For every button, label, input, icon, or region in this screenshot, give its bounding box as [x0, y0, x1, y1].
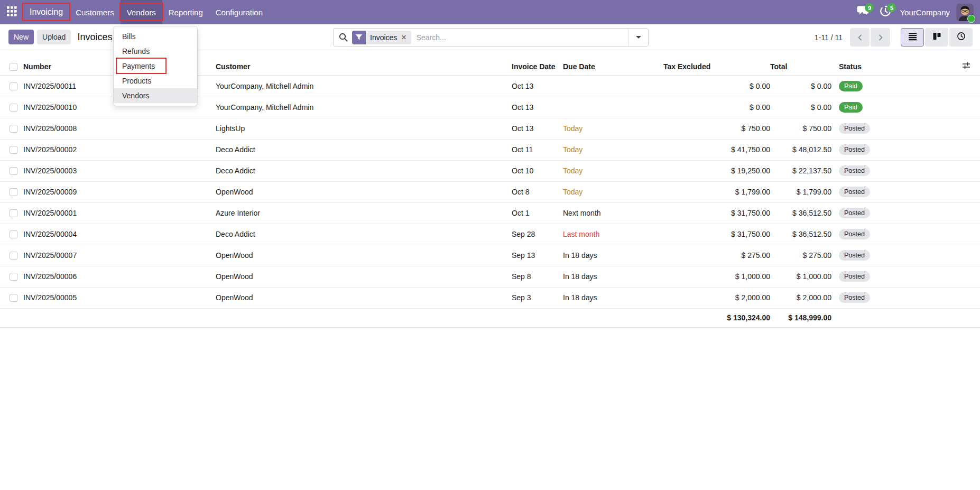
row-checkbox[interactable] [10, 273, 17, 281]
kanban-view-button[interactable] [925, 28, 948, 47]
cell-number: INV/2025/00005 [23, 287, 216, 308]
row-checkbox[interactable] [10, 125, 17, 133]
cell-tax-excluded: $ 19,250.00 [663, 160, 770, 181]
cell-invoice-date: Sep 28 [512, 224, 563, 245]
table-row[interactable]: INV/2025/00003Deco AddictOct 10Today$ 19… [0, 160, 980, 181]
cell-customer: YourCompany, Mitchell Admin [216, 76, 512, 97]
cell-tax-excluded: $ 0.00 [663, 76, 770, 97]
cell-customer: Azure Interior [216, 202, 512, 224]
navbar-left: Invoicing CustomersVendorsReportingConfi… [0, 0, 269, 24]
list-view-button[interactable] [901, 28, 924, 47]
row-checkbox[interactable] [10, 104, 17, 112]
cell-due-date [563, 76, 663, 97]
pager-next-button[interactable] [871, 28, 890, 47]
cell-invoice-date: Sep 3 [512, 287, 563, 308]
cell-number: INV/2025/00009 [23, 181, 216, 202]
cell-tax-excluded: $ 750.00 [663, 118, 770, 139]
table-row[interactable]: INV/2025/00002Deco AddictOct 11Today$ 41… [0, 139, 980, 160]
navbar-menu-items: CustomersVendorsReportingConfiguration [69, 0, 269, 24]
select-all-checkbox[interactable] [10, 63, 17, 71]
apps-menu-button[interactable] [0, 0, 23, 24]
cell-status: Posted [831, 139, 962, 160]
menu-item-bills[interactable]: Bills [114, 29, 197, 44]
activities-button[interactable]: 5 [877, 4, 893, 20]
messages-button[interactable]: 9 [855, 4, 871, 20]
table-row[interactable]: INV/2025/00001Azure InteriorOct 1Next mo… [0, 202, 980, 224]
cell-customer: OpenWood [216, 245, 512, 266]
column-header-customer[interactable]: Customer [216, 58, 512, 76]
table-row[interactable]: INV/2025/00006OpenWoodSep 8In 18 days$ 1… [0, 266, 980, 287]
cell-invoice-date: Oct 1 [512, 202, 563, 224]
row-checkbox[interactable] [10, 82, 17, 90]
row-checkbox[interactable] [10, 230, 17, 238]
menu-item-payments[interactable]: Payments [114, 59, 197, 73]
search-input[interactable] [411, 33, 628, 42]
filter-funnel-icon [352, 31, 366, 44]
menu-item-vendors[interactable]: Vendors [114, 88, 197, 103]
row-checkbox[interactable] [10, 146, 17, 154]
cell-total: $ 0.00 [770, 76, 831, 97]
cell-customer: Deco Addict [216, 139, 512, 160]
annotation-box-payments [116, 58, 167, 74]
cell-number: INV/2025/00007 [23, 245, 216, 266]
cell-status: Posted [831, 181, 962, 202]
row-checkbox[interactable] [10, 252, 17, 260]
activities-badge: 5 [887, 3, 896, 12]
column-header-tax-excluded[interactable]: Tax Excluded [663, 58, 770, 76]
column-header-due-date[interactable]: Due Date [563, 58, 663, 76]
column-header-invoice-date[interactable]: Invoice Date [512, 58, 563, 76]
cell-tax-excluded: $ 31,750.00 [663, 202, 770, 224]
footer-tax-excluded-total: $ 130,324.00 [663, 308, 770, 327]
row-checkbox[interactable] [10, 167, 17, 175]
pager-previous-button[interactable] [850, 28, 870, 47]
table-row[interactable]: INV/2025/00005OpenWoodSep 3In 18 days$ 2… [0, 287, 980, 308]
row-checkbox[interactable] [10, 209, 17, 217]
optional-columns-icon[interactable] [962, 63, 970, 71]
status-badge: Paid [839, 81, 863, 91]
cell-number: INV/2025/00002 [23, 139, 216, 160]
cell-tax-excluded: $ 31,750.00 [663, 224, 770, 245]
annotation-box-vendors [119, 3, 163, 21]
status-badge: Paid [839, 102, 863, 113]
status-badge: Posted [839, 165, 870, 176]
new-button[interactable]: New [8, 30, 34, 44]
status-badge: Posted [839, 208, 870, 218]
search-bar[interactable]: Invoices × [333, 28, 649, 47]
cell-number: INV/2025/00003 [23, 160, 216, 181]
presence-indicator [967, 15, 975, 23]
navbar-item-reporting[interactable]: Reporting [162, 0, 209, 24]
upload-button[interactable]: Upload [37, 30, 71, 44]
cell-invoice-date: Sep 13 [512, 245, 563, 266]
navbar-item-vendors[interactable]: Vendors [121, 0, 162, 24]
navbar-item-customers[interactable]: Customers [69, 0, 121, 24]
activity-view-icon [957, 32, 966, 43]
activity-view-button[interactable] [949, 28, 973, 47]
cell-tax-excluded: $ 1,799.00 [663, 181, 770, 202]
table-body: INV/2025/00011YourCompany, Mitchell Admi… [0, 76, 980, 308]
list-view-icon [908, 32, 917, 43]
cell-customer: Deco Addict [216, 224, 512, 245]
cell-invoice-date: Oct 8 [512, 181, 563, 202]
column-header-status[interactable]: Status [831, 58, 962, 76]
menu-item-products[interactable]: Products [114, 73, 197, 88]
table-row[interactable]: INV/2025/00004Deco AddictSep 28Last mont… [0, 224, 980, 245]
cell-invoice-date: Oct 11 [512, 139, 563, 160]
vendors-dropdown-menu: BillsRefundsPaymentsProductsVendors [113, 26, 198, 106]
row-checkbox[interactable] [10, 294, 17, 302]
column-header-total[interactable]: Total [770, 58, 831, 76]
menu-item-refunds[interactable]: Refunds [114, 44, 197, 59]
table-row[interactable]: INV/2025/00008LightsUpOct 13Today$ 750.0… [0, 118, 980, 139]
search-facet-invoices: Invoices × [352, 31, 411, 44]
navbar-systray: 9 5 YourCompany [855, 0, 980, 24]
user-avatar[interactable] [956, 4, 974, 21]
table-row[interactable]: INV/2025/00009OpenWoodOct 8Today$ 1,799.… [0, 181, 980, 202]
navbar-item-configuration[interactable]: Configuration [209, 0, 269, 24]
facet-remove-icon[interactable]: × [401, 31, 411, 44]
current-app-name[interactable]: Invoicing [23, 0, 69, 24]
cell-invoice-date: Oct 13 [512, 76, 563, 97]
cell-status: Posted [831, 202, 962, 224]
search-options-toggle[interactable] [628, 29, 648, 46]
row-checkbox[interactable] [10, 188, 17, 196]
table-row[interactable]: INV/2025/00007OpenWoodSep 13In 18 days$ … [0, 245, 980, 266]
company-switcher[interactable]: YourCompany [900, 8, 950, 17]
